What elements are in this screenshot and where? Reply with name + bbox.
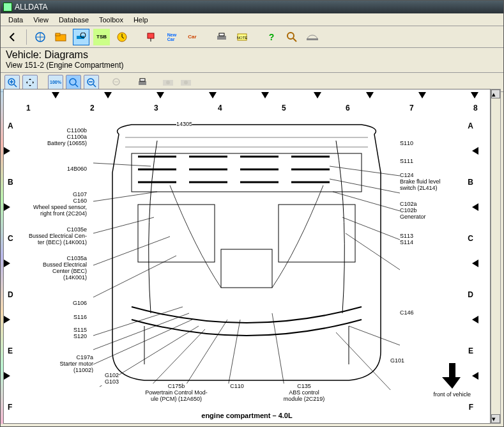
diagram-viewport[interactable]: C1100bC1100aBattery (10655) 14B060 G107C… <box>3 89 491 424</box>
row-marker-icon <box>4 372 10 380</box>
svg-point-20 <box>166 81 170 84</box>
menu-help[interactable]: Help <box>128 15 153 25</box>
col-number: 5 <box>282 104 286 113</box>
car-icon[interactable]: Car <box>184 29 201 45</box>
svg-line-29 <box>93 217 154 233</box>
note-icon[interactable]: NOTE <box>234 29 250 45</box>
row-letter: A <box>468 121 473 130</box>
globe-icon[interactable] <box>32 29 49 45</box>
label-g102: G102G103 <box>80 373 119 385</box>
row-marker-icon <box>472 203 478 211</box>
search-car-icon[interactable] <box>73 29 89 45</box>
engine-drawing <box>93 121 400 390</box>
pan-button[interactable] <box>22 75 38 90</box>
label-generator: C102aC102bGenerator <box>400 201 470 221</box>
label-s113: S113S114 <box>400 233 470 246</box>
zoom-fit-button[interactable] <box>66 75 81 90</box>
zoom-in-button[interactable] <box>4 75 20 90</box>
svg-point-14 <box>70 79 76 85</box>
col-marker-icon <box>418 92 426 98</box>
print-icon[interactable] <box>213 29 230 45</box>
row-marker-icon <box>472 147 478 155</box>
svg-rect-2 <box>56 33 60 36</box>
col-number: 7 <box>409 104 414 113</box>
scroll-down-button[interactable]: ▾ <box>491 414 500 423</box>
find-icon[interactable] <box>284 29 300 45</box>
camera2-disabled <box>178 75 194 90</box>
row-letter: B <box>468 178 473 187</box>
label-battery: C1100bC1100aBattery (10655) <box>17 128 87 147</box>
back-button[interactable] <box>4 29 21 45</box>
row-letter: D <box>468 290 473 299</box>
svg-line-41 <box>346 233 400 270</box>
svg-line-31 <box>93 256 176 297</box>
col-marker-icon <box>209 92 217 98</box>
vertical-scrollbar[interactable]: ▴ ▾ <box>491 89 501 424</box>
front-label: front of vehicle <box>433 391 471 398</box>
label-s110: S110 <box>400 141 470 147</box>
label-s115: S115S120 <box>17 327 87 340</box>
diagram-caption: engine compartment – 4.0L <box>201 412 292 419</box>
row-marker-icon <box>4 316 10 323</box>
col-number: 1 <box>26 104 31 113</box>
row-marker-icon <box>472 372 478 380</box>
svg-line-34 <box>93 320 192 364</box>
paint-icon[interactable] <box>143 29 160 45</box>
front-indicator: front of vehicle <box>433 362 471 398</box>
row-letter: E <box>8 346 13 355</box>
clock-icon[interactable] <box>114 29 130 45</box>
row-marker-icon <box>472 260 478 267</box>
car-repair-icon[interactable] <box>304 29 321 45</box>
svg-line-43 <box>336 332 393 390</box>
row-marker-icon <box>472 316 478 323</box>
label-c146: C146 <box>400 310 470 316</box>
menu-toolbox[interactable]: Toolbox <box>94 15 128 25</box>
svg-line-27 <box>93 163 151 166</box>
svg-point-22 <box>184 81 188 84</box>
row-letter: A <box>8 121 13 130</box>
menubar: Data View Database Toolbox Help <box>1 13 503 26</box>
row-letter: E <box>468 346 473 355</box>
new-car-icon[interactable]: NewCar <box>164 29 180 45</box>
page-subtitle: View 151-2 (Engine Compartment) <box>6 61 498 70</box>
svg-line-42 <box>349 326 400 345</box>
label-s111: S111 <box>400 159 470 165</box>
col-marker-icon <box>104 92 112 98</box>
label-14305: 14305 <box>176 121 192 128</box>
scroll-up-button[interactable]: ▴ <box>491 89 500 98</box>
label-s116: S116 <box>17 314 87 321</box>
row-letter: C <box>468 234 473 243</box>
menu-view[interactable]: View <box>28 15 54 25</box>
menu-database[interactable]: Database <box>54 15 94 25</box>
svg-rect-6 <box>148 33 154 38</box>
col-marker-icon <box>261 92 269 98</box>
tsb-icon[interactable]: TSB <box>93 29 110 45</box>
svg-rect-26 <box>221 249 272 288</box>
svg-point-11 <box>287 33 294 39</box>
main-toolbar: TSB NewCar Car NOTE ? <box>1 26 503 48</box>
app-window: ALLDATA Data View Database Toolbox Help … <box>0 0 504 427</box>
svg-rect-8 <box>219 33 224 36</box>
col-marker-icon <box>471 92 478 98</box>
svg-line-33 <box>93 313 189 350</box>
folder-icon[interactable] <box>52 29 69 45</box>
row-letter: F <box>469 403 473 412</box>
col-number: 2 <box>90 104 95 113</box>
col-marker-icon <box>157 92 164 98</box>
svg-text:NOTE: NOTE <box>237 36 248 40</box>
svg-rect-7 <box>217 36 226 40</box>
svg-line-30 <box>93 237 170 265</box>
row-marker-icon <box>4 260 10 267</box>
label-abs: C135ABS controlmodule (2C219) <box>272 384 336 403</box>
zoom-out-disabled <box>109 75 125 90</box>
zoom-100-button[interactable]: 100% <box>48 75 63 90</box>
print-diagram-button[interactable] <box>135 75 150 90</box>
menu-data[interactable]: Data <box>3 15 28 25</box>
label-bec-a: C1035aBussed ElectricalCenter (BEC)(14K0… <box>17 256 87 281</box>
label-c110: C110 <box>221 384 253 390</box>
col-marker-icon <box>52 92 59 98</box>
zoom-out-button[interactable] <box>84 75 99 90</box>
help-icon[interactable]: ? <box>263 29 280 45</box>
page-title: Vehicle: Diagrams <box>6 49 498 61</box>
label-starter: C197aStarter motor(11002) <box>36 355 93 374</box>
